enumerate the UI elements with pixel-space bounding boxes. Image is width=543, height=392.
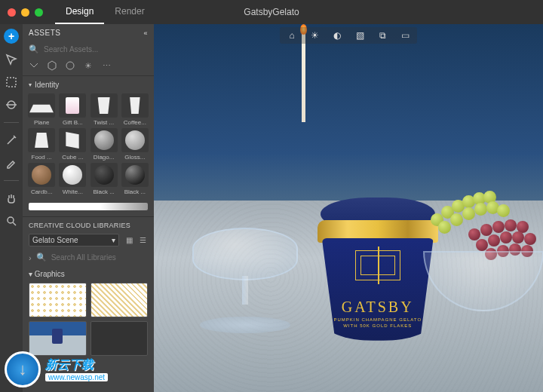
- watermark-logo: ↓: [5, 351, 41, 387]
- tool-rail: +: [0, 24, 23, 392]
- graphics-group-label[interactable]: ▾ Graphics: [23, 265, 154, 280]
- view-grid-icon[interactable]: ▦: [124, 235, 134, 246]
- scene-grape-bowl: [408, 183, 543, 311]
- environment-icon[interactable]: ◐: [331, 29, 343, 41]
- chevron-down-icon: ▾: [29, 270, 32, 278]
- scene-candle: [302, 32, 305, 122]
- asset-group-text: Identity: [35, 81, 59, 89]
- library-selected-text: Gelato Scene: [32, 236, 78, 244]
- close-window-button[interactable]: [8, 8, 16, 17]
- asset-black-gloss-mat[interactable]: Black ...: [121, 163, 149, 195]
- watermark-url: www.newasp.net: [45, 373, 108, 381]
- assets-panel-header: ASSETS «: [23, 24, 154, 41]
- viewport-toolbar: ⌂ ☀ ◐ ▧ ⧉ ▭: [280, 27, 417, 44]
- asset-diagonal-mat[interactable]: Diago...: [90, 128, 118, 161]
- selection-tool[interactable]: [5, 75, 18, 89]
- filter-more-icon[interactable]: ⋯: [101, 60, 112, 71]
- hand-tool[interactable]: [5, 191, 18, 205]
- asset-glossy-mat[interactable]: Gloss...: [121, 128, 149, 161]
- watermark-cn: 新云下载: [45, 357, 108, 373]
- ground-plane-icon[interactable]: ▧: [354, 29, 366, 41]
- viewport[interactable]: ⌂ ☀ ◐ ▧ ⧉ ▭ GATSBY PUMPKIN CHAMPAGNE GEL…: [154, 24, 543, 392]
- camera-bookmark-icon[interactable]: ⧉: [376, 29, 388, 41]
- filter-models-icon[interactable]: [47, 60, 57, 71]
- orbit-tool[interactable]: [5, 98, 18, 112]
- asset-search-row: 🔍: [23, 41, 154, 57]
- svg-point-2: [8, 217, 14, 223]
- asset-coffee-cup[interactable]: Coffee...: [121, 93, 149, 126]
- gradient-swatch[interactable]: [29, 203, 148, 210]
- product-line1: PUMPKIN CHAMPAGNE GELATO: [333, 317, 422, 322]
- asset-grid: Plane Gift B... Twist ... Coffee... Food…: [23, 90, 154, 198]
- eyedropper-tool[interactable]: [5, 156, 18, 170]
- asset-cardboard-mat[interactable]: Cardb...: [27, 163, 56, 195]
- graphic-thumb-1[interactable]: [29, 283, 87, 317]
- product-brand: GATSBY: [342, 299, 414, 316]
- filter-materials-icon[interactable]: [65, 60, 75, 71]
- titlebar: Design Render GatsbyGelato: [0, 0, 543, 24]
- panel-collapse-icon[interactable]: «: [143, 29, 148, 37]
- render-settings-icon[interactable]: ▭: [399, 29, 411, 41]
- asset-white-mat[interactable]: White...: [58, 163, 87, 195]
- view-list-icon[interactable]: ☰: [137, 235, 148, 246]
- scene-glass-bowl: [177, 213, 313, 333]
- search-icon: 🔍: [29, 44, 39, 54]
- asset-plane[interactable]: Plane: [27, 93, 56, 126]
- chevron-down-icon: ▾: [112, 236, 115, 244]
- asset-filter-row: ☀ ⋯: [23, 57, 154, 76]
- minimize-window-button[interactable]: [21, 8, 29, 17]
- asset-cube[interactable]: Cube ...: [58, 128, 87, 161]
- asset-food-box[interactable]: Food ...: [27, 128, 56, 161]
- move-tool[interactable]: [5, 53, 18, 66]
- tab-design[interactable]: Design: [55, 0, 104, 24]
- asset-black-mat[interactable]: Black ...: [90, 163, 118, 195]
- chevron-right-icon[interactable]: ›: [29, 253, 32, 262]
- asset-gift-bag[interactable]: Gift B...: [58, 93, 87, 126]
- assets-panel-title: ASSETS: [29, 29, 60, 37]
- wand-tool[interactable]: [5, 133, 18, 147]
- filter-all-icon[interactable]: [29, 60, 39, 71]
- mode-tabs: Design Render: [55, 0, 155, 24]
- workspace: + ASSETS « 🔍 ☀ ⋯ ▾ Identity: [0, 24, 543, 392]
- search-icon: 🔍: [36, 253, 47, 262]
- libraries-header: CREATIVE CLOUD LIBRARIES: [23, 216, 154, 231]
- assets-panel: ASSETS « 🔍 ☀ ⋯ ▾ Identity Plane Gift B..…: [23, 24, 154, 392]
- document-title: GatsbyGelato: [244, 7, 299, 17]
- zoom-tool[interactable]: [5, 214, 18, 228]
- window-controls: [8, 8, 43, 17]
- library-search-input[interactable]: [51, 253, 148, 262]
- tab-render[interactable]: Render: [104, 0, 155, 24]
- asset-search-input[interactable]: [44, 45, 148, 54]
- add-button[interactable]: +: [4, 29, 19, 44]
- graphics-grid: [23, 280, 154, 359]
- library-select[interactable]: Gelato Scene ▾: [29, 234, 119, 247]
- graphic-thumb-2[interactable]: [90, 283, 149, 317]
- home-view-icon[interactable]: ⌂: [286, 29, 298, 41]
- zoom-window-button[interactable]: [35, 8, 43, 17]
- watermark: ↓ 新云下载 www.newasp.net: [5, 351, 108, 387]
- asset-group-label[interactable]: ▾ Identity: [23, 76, 154, 90]
- svg-point-3: [66, 62, 74, 69]
- filter-lights-icon[interactable]: ☀: [83, 60, 94, 71]
- sun-light-icon[interactable]: ☀: [308, 29, 321, 41]
- svg-rect-0: [7, 78, 16, 87]
- chevron-down-icon: ▾: [29, 81, 32, 88]
- product-line2: WITH 50K GOLD FLAKES: [343, 323, 412, 328]
- asset-twist-cup[interactable]: Twist ...: [90, 93, 118, 126]
